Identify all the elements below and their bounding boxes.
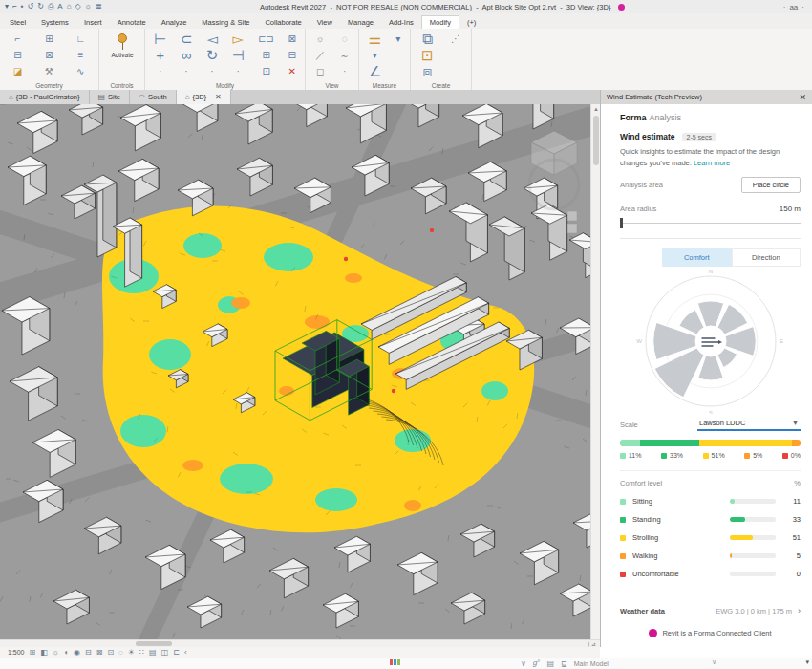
worksharing-display-icon[interactable]: ∷ — [139, 648, 144, 657]
unpin-icon[interactable]: ⊟ — [288, 49, 295, 62]
scroll-thumb[interactable] — [593, 116, 599, 165]
create-similar-icon[interactable]: ⊡ — [421, 49, 434, 62]
tab-systems[interactable]: Systems — [33, 16, 76, 29]
save-icon[interactable]: ▪ — [21, 0, 24, 13]
visual-style-icon[interactable]: ◧ — [40, 648, 48, 657]
mirror-icon[interactable]: ◅ — [206, 32, 218, 46]
split-icon[interactable]: ∿ — [76, 65, 84, 78]
join-icon[interactable]: ⊞ — [45, 32, 53, 46]
temporary-hide-icon[interactable]: ◌ — [118, 648, 123, 657]
quick-access-toolbar[interactable]: ▾ ⌐ ▪ ↺ ↻ ⎙ A ⌂ ◇ ☼ ≣ — [5, 0, 102, 13]
group-icon[interactable]: ⧉ — [422, 32, 433, 46]
editable-only-caret-icon[interactable]: ∨ — [521, 659, 526, 668]
filter-icon[interactable]: 𝑔° — [533, 658, 541, 668]
reveal-icon[interactable]: ◌ — [342, 32, 348, 46]
ruler-icon[interactable]: ⚌ — [369, 32, 381, 46]
wall-joins-icon[interactable]: ∟ — [75, 32, 85, 46]
analytical-model-icon[interactable]: ◫ — [161, 648, 169, 657]
temporary-view-icon[interactable]: ▤ — [149, 648, 157, 657]
model-viewport[interactable] — [0, 104, 590, 639]
activate-controls-button[interactable]: Activate — [103, 33, 141, 58]
design-options-caret-icon[interactable]: ∨ — [712, 658, 716, 666]
caret1-icon[interactable]: ▾ — [373, 49, 377, 62]
close-view-icon[interactable]: ✕ — [215, 93, 222, 101]
override-icon[interactable]: ≂ — [340, 49, 348, 62]
rotate-icon[interactable]: ↻ — [206, 49, 219, 62]
align-icon[interactable]: ⊢ — [154, 32, 166, 46]
tab-collaborate[interactable]: Collaborate — [257, 16, 309, 29]
cut-geometry-icon[interactable]: ⊟ — [13, 49, 21, 62]
tab-modify[interactable]: Modify — [421, 15, 459, 29]
slider-handle[interactable] — [620, 218, 623, 228]
view-tab-south[interactable]: ◠ South — [130, 90, 177, 104]
parts-icon[interactable]: ⋰ — [451, 32, 460, 46]
section-icon[interactable]: ◇ — [75, 0, 81, 13]
panel-close-icon[interactable]: ✕ — [799, 93, 806, 102]
copy-icon[interactable]: ∞ — [182, 49, 192, 62]
tab-view[interactable]: View — [310, 16, 340, 29]
sun-path-icon[interactable]: ☼ — [53, 648, 59, 657]
tab-massing-site[interactable]: Massing & Site — [194, 16, 257, 29]
tab-analyze[interactable]: Analyze — [154, 16, 195, 29]
angle-icon[interactable]: ∠ — [369, 65, 381, 78]
dot3-icon[interactable]: · — [237, 65, 240, 78]
crop-view-icon[interactable]: ⊟ — [85, 648, 92, 657]
reveal-hidden-icon[interactable]: ☀ — [128, 648, 135, 657]
tab-steel[interactable]: Steel — [2, 16, 33, 29]
area-radius-slider[interactable] — [620, 217, 801, 228]
render-icon[interactable]: ◉ — [74, 648, 80, 657]
shadows-icon[interactable]: ◐ — [64, 648, 69, 657]
panel-header[interactable]: Wind Estimate (Tech Preview) ✕ — [601, 90, 812, 104]
more-icon[interactable]: ‹ — [184, 648, 187, 657]
view-tab-3d-active[interactable]: ⌂ {3D} ✕ — [177, 90, 231, 104]
crop-region-icon[interactable]: ⊠ — [96, 648, 103, 657]
scale-dropdown[interactable]: Lawson LDDC ▼ — [697, 418, 801, 431]
view-scale[interactable]: 1:500 — [8, 649, 25, 656]
hide-icon[interactable]: ／ — [315, 49, 325, 62]
weather-data-value[interactable]: EWG 3.0 | 0 km | 175 m › — [716, 606, 801, 615]
menu-icon[interactable]: ▾ — [5, 0, 9, 13]
tab-contextual[interactable]: (+) — [459, 16, 483, 29]
paint-icon[interactable]: ◪ — [13, 65, 22, 78]
dot2-icon[interactable]: · — [210, 65, 213, 78]
delete-icon[interactable]: ✕ — [288, 65, 295, 78]
detail-level-icon[interactable]: ⊞ — [30, 648, 36, 657]
pin-element-icon[interactable]: ⊡ — [262, 65, 269, 78]
cope-icon[interactable]: ⌐ — [15, 32, 21, 46]
place-circle-button[interactable]: Place circle — [741, 177, 801, 193]
beam-icon[interactable]: ≡ — [77, 49, 83, 62]
tab-insert[interactable]: Insert — [76, 16, 110, 29]
search-icon[interactable]: · — [783, 3, 786, 11]
array-icon[interactable]: ⊞ — [262, 49, 269, 62]
scroll-thumb[interactable] — [136, 641, 172, 646]
constraints-icon[interactable]: ⊏ — [173, 648, 180, 657]
tab-manage[interactable]: Manage — [340, 16, 381, 29]
move-icon[interactable]: + — [156, 49, 164, 62]
viewport-horizontal-scrollbar[interactable]: ⟩ ⊿ — [0, 639, 600, 647]
help-icon[interactable]: · — [801, 3, 804, 11]
join-list-icon[interactable]: ⊠ — [45, 49, 53, 62]
unlock-view-icon[interactable]: ⊡ — [107, 648, 114, 657]
mirror-draw-icon[interactable]: ▻ — [232, 32, 244, 46]
design-option-icon[interactable]: ⊑ — [561, 659, 567, 668]
isolate-icon[interactable]: ◻ — [316, 65, 324, 78]
scale-icon[interactable]: ⊠ — [288, 32, 295, 46]
demolish-icon[interactable]: ⚒ — [45, 65, 53, 78]
tab-comfort[interactable]: Comfort — [662, 248, 732, 267]
view-tab-3d-paulgrimston[interactable]: ⌂ {3D - PaulGrimston} — [0, 90, 90, 104]
forma-connected-client-link[interactable]: Revit is a Forma Connected Client — [662, 629, 771, 637]
dot-icon[interactable]: · — [184, 65, 187, 78]
tab-annotate[interactable]: Annotate — [110, 16, 154, 29]
tab-addins[interactable]: Add-Ins — [381, 16, 421, 29]
open-icon[interactable]: ⌐ — [12, 0, 17, 13]
print-icon[interactable]: ⎙ — [48, 0, 53, 13]
split-element-icon[interactable]: ⊏⊐ — [258, 32, 274, 46]
view-tab-site[interactable]: ▤ Site — [90, 90, 131, 104]
assembly-icon[interactable]: ⧈ — [423, 65, 433, 78]
learn-more-link[interactable]: Learn more — [694, 159, 730, 167]
sun-icon[interactable]: ☼ — [85, 0, 92, 13]
titlebar-right-icons[interactable]: · aa · — [783, 3, 804, 11]
trim-icon[interactable]: ⊣ — [232, 49, 245, 62]
caret2-icon[interactable]: ▾ — [395, 32, 400, 46]
home-icon[interactable]: ⌂ — [67, 0, 72, 13]
